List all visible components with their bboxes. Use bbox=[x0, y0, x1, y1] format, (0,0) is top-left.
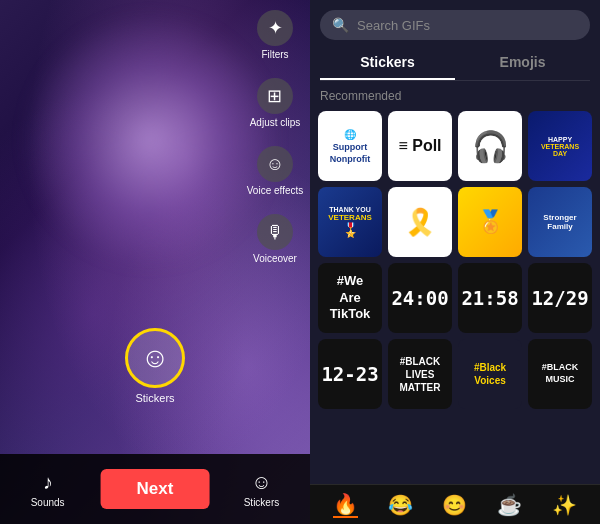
adjust-icon: ⊞ bbox=[257, 78, 293, 114]
sounds-icon: ♪ bbox=[43, 471, 53, 494]
emoji-smile[interactable]: 😊 bbox=[442, 493, 467, 517]
sticker-ribbon[interactable]: 🎗️ bbox=[388, 187, 452, 257]
ribbon-emoji: 🎗️ bbox=[404, 207, 436, 238]
right-panel: 🔍 Search GIFs Stickers Emojis Recommende… bbox=[310, 0, 600, 524]
sticker-row-2: THANK YOU VETERANS 🎖️ 🎗️ 🏅 Stronger Fami… bbox=[318, 187, 592, 257]
stickers-bottom-button[interactable]: ☺ Stickers bbox=[244, 471, 280, 508]
sticker-black-voices[interactable]: #BlackVoices bbox=[458, 339, 522, 409]
sticker-row-4: 12-23 #BLACKLIVESMATTER #BlackVoices #BL… bbox=[318, 339, 592, 409]
sticker-blm[interactable]: #BLACKLIVESMATTER bbox=[388, 339, 452, 409]
date-1223-label: 12-23 bbox=[321, 363, 378, 385]
tab-emojis[interactable]: Emojis bbox=[455, 46, 590, 80]
stickers-circle-label: Stickers bbox=[135, 392, 174, 404]
sticker-timer-24[interactable]: 24:00 bbox=[388, 263, 452, 333]
sticker-stronger-family[interactable]: Stronger Family bbox=[528, 187, 592, 257]
sticker-poll[interactable]: ≡ Poll bbox=[388, 111, 452, 181]
globe-icon: 🌐 bbox=[344, 129, 356, 140]
emoji-laugh[interactable]: 😂 bbox=[388, 493, 413, 517]
filters-icon: ✦ bbox=[257, 10, 293, 46]
emoji-coffee[interactable]: ☕ bbox=[497, 493, 522, 517]
sticker-medal[interactable]: 🏅 bbox=[458, 187, 522, 257]
sticker-we-are-tiktok[interactable]: #WeAreTikTok bbox=[318, 263, 382, 333]
left-panel: ✦ Filters ⊞ Adjust clips ☺ Voice effects… bbox=[0, 0, 310, 524]
next-button[interactable]: Next bbox=[101, 469, 210, 509]
emoji-fire[interactable]: 🔥 bbox=[333, 492, 358, 518]
sticker-date-1223[interactable]: 12-23 bbox=[318, 339, 382, 409]
sounds-button[interactable]: ♪ Sounds bbox=[31, 471, 65, 508]
voice-effects-icon: ☺ bbox=[257, 146, 293, 182]
medal-emoji: 🏅 bbox=[477, 209, 504, 235]
sticker-black-music[interactable]: #BLACKMUSIC bbox=[528, 339, 592, 409]
blm-label: #BLACKLIVESMATTER bbox=[400, 355, 441, 394]
poll-label: ≡ Poll bbox=[398, 137, 441, 155]
sticker-date-1229[interactable]: 12/29 bbox=[528, 263, 592, 333]
timer-24-label: 24:00 bbox=[391, 287, 448, 309]
filters-button[interactable]: ✦ Filters bbox=[257, 10, 293, 60]
emoji-bar: 🔥 😂 😊 ☕ ✨ bbox=[310, 484, 600, 524]
sticker-headphone[interactable]: 🎧 bbox=[458, 111, 522, 181]
right-toolbar: ✦ Filters ⊞ Adjust clips ☺ Voice effects… bbox=[240, 10, 310, 264]
sticker-thankyou-veterans[interactable]: THANK YOU VETERANS 🎖️ bbox=[318, 187, 382, 257]
stickers-circle-icon: ☺ bbox=[125, 328, 185, 388]
voice-effects-button[interactable]: ☺ Voice effects bbox=[247, 146, 304, 196]
tabs-row: Stickers Emojis bbox=[320, 46, 590, 81]
stickers-highlight[interactable]: ☺ Stickers bbox=[125, 328, 185, 404]
voiceover-icon: 🎙 bbox=[257, 214, 293, 250]
stickers-bottom-icon: ☺ bbox=[251, 471, 271, 494]
date-1229-label: 12/29 bbox=[531, 287, 588, 309]
sticker-row-3: #WeAreTikTok 24:00 21:58 12/29 bbox=[318, 263, 592, 333]
search-bar[interactable]: 🔍 Search GIFs bbox=[320, 10, 590, 40]
wetiktok-label: #WeAreTikTok bbox=[330, 273, 371, 324]
sticker-veterans-day[interactable]: HAPPY VETERANS DAY bbox=[528, 111, 592, 181]
tab-stickers[interactable]: Stickers bbox=[320, 46, 455, 80]
search-icon: 🔍 bbox=[332, 17, 349, 33]
headphone-icon: 🎧 bbox=[472, 129, 509, 164]
recommended-label: Recommended bbox=[310, 81, 600, 107]
sticker-row-1: 🌐 Support Nonprofit ≡ Poll 🎧 HAPPY VETER… bbox=[318, 111, 592, 181]
blackvoices-label: #BlackVoices bbox=[474, 361, 506, 387]
sticker-timer-21[interactable]: 21:58 bbox=[458, 263, 522, 333]
sticker-support-nonprofit[interactable]: 🌐 Support Nonprofit bbox=[318, 111, 382, 181]
search-input[interactable]: Search GIFs bbox=[357, 18, 578, 33]
adjust-clips-button[interactable]: ⊞ Adjust clips bbox=[250, 78, 301, 128]
emoji-sparkle[interactable]: ✨ bbox=[552, 493, 577, 517]
sticker-grid: 🌐 Support Nonprofit ≡ Poll 🎧 HAPPY VETER… bbox=[310, 107, 600, 484]
timer-21-label: 21:58 bbox=[461, 287, 518, 309]
blackmusic-label: #BLACKMUSIC bbox=[542, 362, 579, 385]
voiceover-button[interactable]: 🎙 Voiceover bbox=[253, 214, 297, 264]
